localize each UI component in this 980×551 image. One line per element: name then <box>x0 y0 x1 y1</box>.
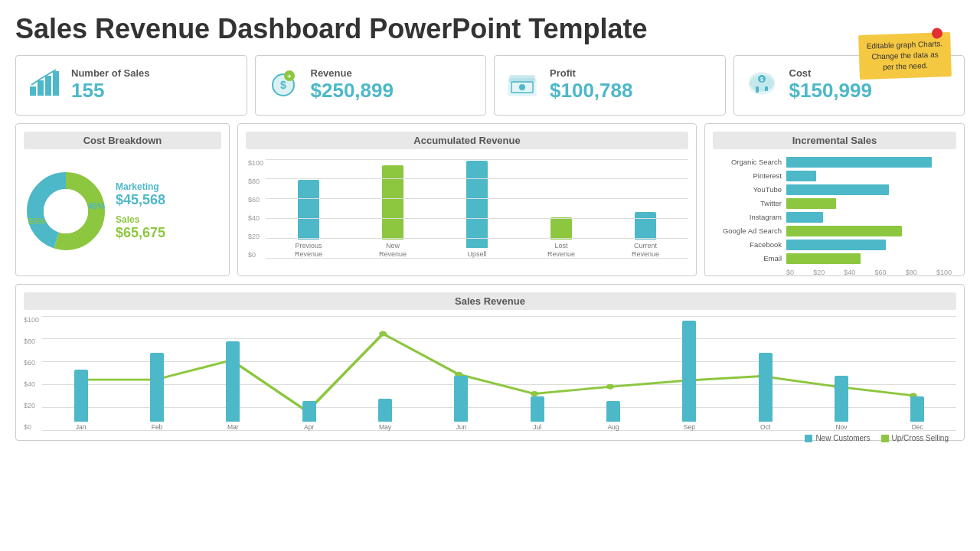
donut-label-45: 45% <box>88 201 105 210</box>
page-title: Sales Revenue Dashboard PowerPoint Templ… <box>15 14 965 44</box>
sales-legend: New Customers Up/Cross Selling <box>24 431 956 445</box>
accumulated-revenue-title: Accumulated Revenue <box>246 132 688 149</box>
incremental-sales-title: Incremental Sales <box>713 132 956 149</box>
profit-icon <box>505 65 539 106</box>
incremental-x-axis: $0$20$40$60$80$100 <box>786 267 952 276</box>
svg-rect-0 <box>30 86 36 96</box>
cost-breakdown-panel: Cost Breakdown 55% 45% Marketing $45,568 <box>15 123 230 276</box>
cost-breakdown-title: Cost Breakdown <box>24 132 221 149</box>
kpi-card-profit: Profit $100,788 <box>494 55 726 116</box>
legend-new-customers: New Customers <box>815 434 870 442</box>
kpi-label-profit: Profit <box>550 67 632 79</box>
sales-bars: Jan Feb Mar Apr May Jun Jul Aug Sep Oct … <box>42 316 956 431</box>
incremental-sales-panel: Incremental Sales Organic Search Pintere… <box>704 123 965 276</box>
kpi-card-sales: Number of Sales 155 <box>15 55 247 116</box>
kpi-value-profit: $100,788 <box>550 79 632 103</box>
cost-icon: $ <box>745 65 779 106</box>
donut-chart: 55% 45% <box>24 169 108 253</box>
bar-current: CurrentRevenue <box>607 212 684 259</box>
bar-organic-search: Organic Search <box>717 157 952 168</box>
label-pinterest: Pinterest <box>717 171 786 180</box>
legend-upcross: Up/Cross Selling <box>892 434 949 442</box>
sales-revenue-panel: Sales Revenue $100$80$60$40$20$0 Jan <box>15 284 965 441</box>
bar-lost: LostRevenue <box>523 217 599 259</box>
accum-y-axis: $100$80$60$40$20$0 <box>246 159 266 259</box>
label-youtube: YouTube <box>717 185 786 194</box>
bar-new: NewRevenue <box>354 165 431 259</box>
cost-legend: Marketing $45,568 Sales $65,675 <box>116 181 165 241</box>
sales-legend-value: $65,675 <box>116 225 165 241</box>
cost-content: 55% 45% Marketing $45,568 Sales $65,675 <box>24 155 221 268</box>
svg-point-21 <box>44 189 88 233</box>
svg-rect-2 <box>45 76 51 96</box>
label-organic: Organic Search <box>717 158 786 166</box>
kpi-label-sales: Number of Sales <box>71 67 150 79</box>
label-google-ad: Google Ad Search <box>717 227 786 235</box>
svg-rect-15 <box>756 86 759 93</box>
sales-legend-label: Sales <box>116 214 165 225</box>
bar-twitter: Twitter <box>717 198 952 209</box>
note-tag: Editable graph Charts. Change the data a… <box>858 32 952 80</box>
bar-youtube: YouTube <box>717 184 952 195</box>
sales-y-axis: $100$80$60$40$20$0 <box>24 316 42 431</box>
svg-rect-3 <box>53 71 59 96</box>
revenue-icon: $+ <box>266 65 300 106</box>
label-email: Email <box>717 254 786 262</box>
accumulated-revenue-panel: Accumulated Revenue $100$80$60$40$20$0 <box>237 123 697 276</box>
bar-previous: PreviousRevenue <box>270 180 347 259</box>
bar-facebook: Facebook <box>717 240 952 250</box>
sales-chart-area: Jan Feb Mar Apr May Jun Jul Aug Sep Oct … <box>42 316 956 431</box>
incremental-bars: Organic Search Pinterest YouTube Twitter… <box>713 155 956 278</box>
svg-text:+: + <box>287 73 291 80</box>
kpi-info-revenue: Revenue $250,899 <box>311 67 394 103</box>
svg-rect-1 <box>38 80 44 96</box>
svg-text:$: $ <box>760 77 763 83</box>
label-twitter: Twitter <box>717 199 786 207</box>
bar-instagram: Instagram <box>717 212 952 223</box>
marketing-label: Marketing <box>116 181 165 192</box>
bottom-row: Sales Revenue $100$80$60$40$20$0 Jan <box>15 284 965 441</box>
sales-item: Sales $65,675 <box>116 214 165 241</box>
marketing-value: $45,568 <box>116 192 165 208</box>
kpi-info-profit: Profit $100,788 <box>550 67 632 103</box>
sales-revenue-title: Sales Revenue <box>24 292 956 310</box>
bar-upsell: Upsell <box>439 161 515 259</box>
svg-rect-11 <box>510 76 534 82</box>
kpi-row: Number of Sales 155 $+ Revenue $250,899 … <box>15 55 965 116</box>
label-instagram: Instagram <box>717 213 786 221</box>
svg-point-12 <box>519 84 525 90</box>
sales-icon <box>27 65 60 106</box>
kpi-label-revenue: Revenue <box>311 67 394 79</box>
main-row: Cost Breakdown 55% 45% Marketing $45,568 <box>15 123 965 276</box>
kpi-value-cost: $150,999 <box>789 79 872 103</box>
kpi-value-revenue: $250,899 <box>311 79 394 103</box>
bar-pinterest: Pinterest <box>717 171 952 181</box>
kpi-value-sales: 155 <box>71 79 150 103</box>
svg-text:$: $ <box>280 79 286 91</box>
label-facebook: Facebook <box>717 240 786 249</box>
donut-label-55: 55% <box>28 217 45 226</box>
bar-google-ad: Google Ad Search <box>717 226 952 236</box>
svg-rect-16 <box>765 86 768 91</box>
marketing-item: Marketing $45,568 <box>116 181 165 208</box>
kpi-card-revenue: $+ Revenue $250,899 <box>255 55 487 116</box>
bar-email: Email <box>717 253 952 264</box>
kpi-info-sales: Number of Sales 155 <box>71 67 150 103</box>
